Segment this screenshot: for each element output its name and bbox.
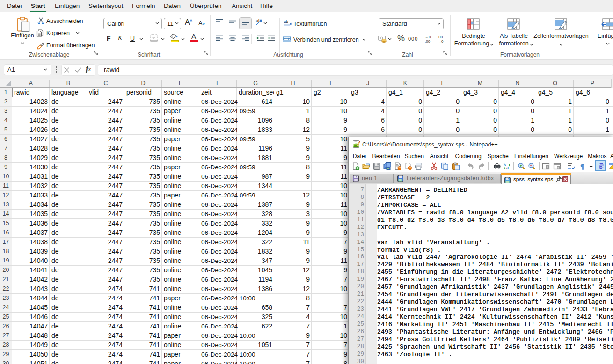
svg-text:¶: ¶ bbox=[580, 163, 584, 170]
svg-text:b: b bbox=[504, 162, 506, 167]
svg-text:←0: ←0 bbox=[425, 35, 431, 39]
svg-text:a: a bbox=[506, 165, 509, 170]
svg-text:ab: ab bbox=[256, 18, 261, 23]
svg-text:→0: →0 bbox=[438, 39, 444, 43]
svg-text:ab: ab bbox=[284, 19, 288, 24]
svg-text:.00: .00 bbox=[438, 35, 443, 39]
svg-text:.00: .00 bbox=[425, 39, 431, 43]
